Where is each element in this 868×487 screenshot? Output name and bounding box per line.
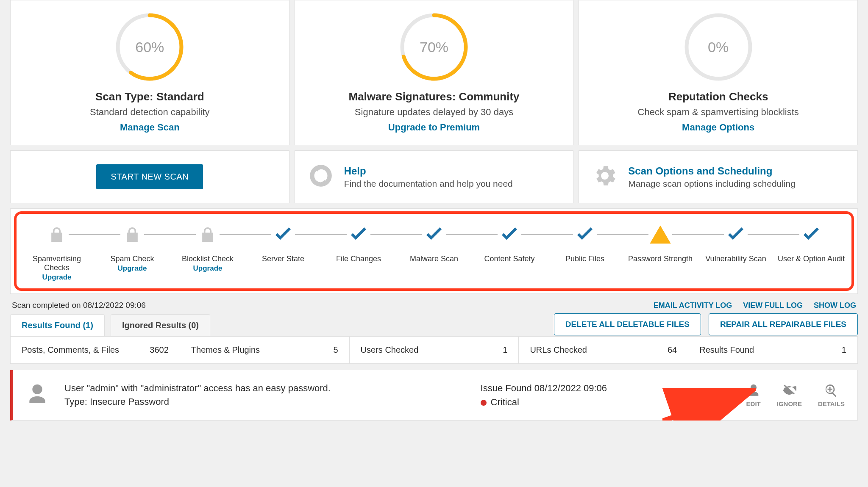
stage-label: Blocklist Check (170, 255, 245, 263)
repair-all-button[interactable]: REPAIR ALL REPAIRABLE FILES (709, 313, 858, 335)
stage-upgrade-link[interactable]: Upgrade (19, 273, 95, 282)
result-severity: Critical (481, 395, 731, 409)
email-activity-log-link[interactable]: EMAIL ACTIVITY LOG (654, 301, 732, 310)
tab-ignored-results[interactable]: Ignored Results (0) (111, 314, 210, 336)
scan-meta: Scan completed on 08/12/2022 09:06 EMAIL… (12, 301, 856, 310)
scan-stages: Spamvertising ChecksUpgradeSpam CheckUpg… (10, 208, 858, 294)
card-subtitle: Signature updates delayed by 30 days (355, 107, 513, 118)
stats-strip: Posts, Comments, & Files3602Themes & Plu… (10, 336, 858, 364)
stage-vulnerability-scan: Vulnerability Scan (698, 223, 773, 263)
tool-options[interactable]: Scan Options and Scheduling Manage scan … (579, 150, 858, 203)
stage-file-changes: File Changes (321, 223, 396, 263)
card-malware-signatures: 70% Malware Signatures: Community Signat… (295, 0, 574, 145)
stat-value: 64 (668, 345, 677, 355)
stage-server-state: Server State (245, 223, 321, 263)
tool-start-scan: START NEW SCAN (10, 150, 289, 203)
details-action[interactable]: DETAILS (818, 383, 845, 407)
lock-icon (45, 223, 69, 247)
tab-results-found[interactable]: Results Found (1) (10, 314, 105, 336)
stage-label: Spamvertising Checks (19, 255, 95, 272)
show-log-link[interactable]: SHOW LOG (814, 301, 856, 310)
user-icon (25, 382, 49, 408)
delete-all-button[interactable]: DELETE ALL DELETABLE FILES (554, 313, 701, 335)
stat-urls-checked: URLs Checked64 (519, 337, 688, 363)
upgrade-premium-link[interactable]: Upgrade to Premium (388, 122, 480, 133)
stage-spamvertising-checks: Spamvertising ChecksUpgrade (19, 223, 95, 282)
check-icon (724, 223, 748, 247)
progress-percent: 60% (111, 9, 188, 85)
result-item: User "admin" with "administrator" access… (10, 370, 858, 421)
stat-value: 1 (842, 345, 846, 355)
stat-value: 3602 (150, 345, 169, 355)
stat-users-checked: Users Checked1 (350, 337, 519, 363)
result-message: User "admin" with "administrator" access… (64, 382, 465, 395)
result-found-label: Issue Found 08/12/2022 09:06 (481, 381, 731, 395)
stage-upgrade-link[interactable]: Upgrade (95, 264, 170, 273)
card-title: Scan Type: Standard (95, 90, 204, 103)
tool-help[interactable]: Help Find the documentation and help you… (295, 150, 574, 203)
progress-percent: 70% (396, 9, 472, 85)
options-title: Scan Options and Scheduling (628, 165, 796, 177)
stat-posts-comments-files: Posts, Comments, & Files3602 (11, 337, 180, 363)
help-subtitle: Find the documentation and help you need (344, 179, 513, 189)
stat-label: Posts, Comments, & Files (22, 345, 119, 355)
summary-cards: 60% Scan Type: Standard Standard detecti… (10, 0, 858, 145)
stat-value: 5 (333, 345, 338, 355)
stage-label: Malware Scan (396, 255, 472, 263)
stage-user-option-audit: User & Option Audit (773, 223, 849, 263)
lock-icon (120, 223, 144, 247)
ignore-action[interactable]: IGNORE (777, 383, 802, 407)
stat-themes-plugins: Themes & Plugins5 (180, 337, 350, 363)
view-full-log-link[interactable]: VIEW FULL LOG (743, 301, 803, 310)
stat-results-found: Results Found1 (688, 337, 857, 363)
check-icon (271, 223, 295, 247)
card-title: Malware Signatures: Community (348, 90, 519, 103)
stage-content-safety: Content Safety (472, 223, 547, 263)
stage-label: File Changes (321, 255, 396, 263)
stage-label: Spam Check (95, 255, 170, 263)
stage-label: Public Files (547, 255, 623, 263)
help-title: Help (344, 165, 513, 177)
gear-icon (592, 163, 618, 191)
progress-percent: 0% (680, 9, 757, 85)
tools-row: START NEW SCAN Help Find the documentati… (10, 150, 858, 203)
stat-label: Results Found (699, 345, 754, 355)
edit-action[interactable]: EDIT (746, 383, 761, 407)
stage-password-strength: Password Strength (623, 223, 698, 263)
check-icon (573, 223, 597, 247)
life-ring-icon (308, 163, 334, 191)
manage-scan-link[interactable]: Manage Scan (120, 122, 180, 133)
progress-ring: 0% (680, 9, 757, 85)
stat-value: 1 (503, 345, 507, 355)
stage-label: Vulnerability Scan (698, 255, 773, 263)
magnify-plus-icon (824, 383, 838, 398)
stage-blocklist-check: Blocklist CheckUpgrade (170, 223, 245, 273)
check-icon (422, 223, 446, 247)
card-scan-type: 60% Scan Type: Standard Standard detecti… (10, 0, 289, 145)
lock-icon (196, 223, 220, 247)
card-title: Reputation Checks (668, 90, 768, 103)
progress-ring: 70% (396, 9, 472, 85)
stage-public-files: Public Files (547, 223, 623, 263)
warn-icon (648, 223, 672, 247)
user-icon (746, 383, 761, 398)
stage-label: Server State (245, 255, 321, 263)
results-header: Results Found (1) Ignored Results (0) DE… (10, 313, 858, 336)
severity-dot-icon (481, 400, 487, 406)
stage-label: User & Option Audit (773, 255, 849, 263)
check-icon (347, 223, 370, 247)
check-icon (799, 223, 823, 247)
options-subtitle: Manage scan options including scheduling (628, 179, 796, 189)
stat-label: Themes & Plugins (191, 345, 260, 355)
result-type: Type: Insecure Password (64, 395, 465, 409)
stage-upgrade-link[interactable]: Upgrade (170, 264, 245, 273)
card-reputation-checks: 0% Reputation Checks Check spam & spamve… (579, 0, 858, 145)
stage-spam-check: Spam CheckUpgrade (95, 223, 170, 273)
progress-ring: 60% (111, 9, 188, 85)
check-icon (498, 223, 521, 247)
start-new-scan-button[interactable]: START NEW SCAN (96, 164, 203, 189)
card-subtitle: Standard detection capability (90, 107, 210, 118)
eye-slash-icon (782, 383, 796, 398)
stat-label: URLs Checked (530, 345, 587, 355)
manage-options-link[interactable]: Manage Options (682, 122, 754, 133)
